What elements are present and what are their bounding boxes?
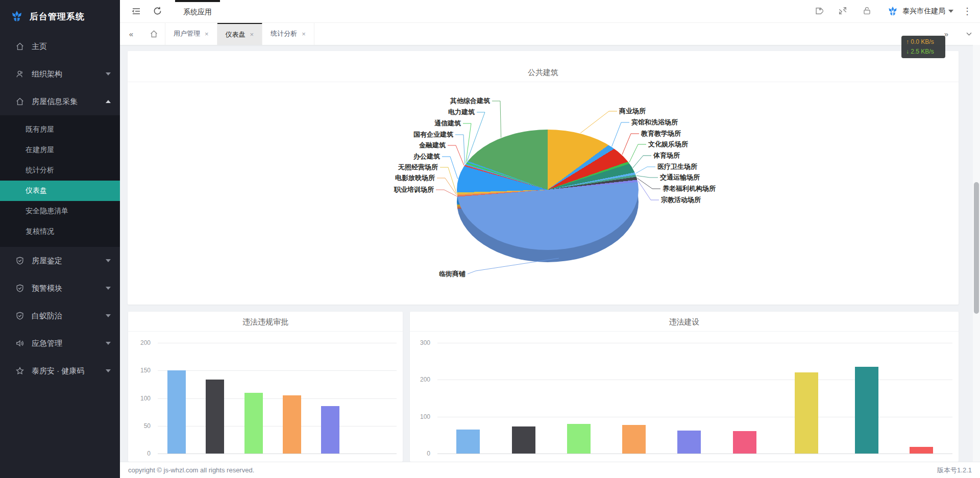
main-content: 公共建筑 商业场所宾馆和洗浴场所教育教学场所文化娱乐场所体育场所医疗卫生场所交通…: [120, 45, 980, 462]
tab-label: 用户管理: [174, 29, 200, 38]
bar-chart-title: 违法建设: [410, 312, 959, 332]
tag-icon[interactable]: [814, 6, 824, 16]
scrollbar-thumb[interactable]: [974, 182, 979, 314]
sidebar-subitem-仪表盘[interactable]: 仪表盘: [0, 181, 120, 201]
collapse-sidebar-icon[interactable]: [131, 6, 141, 16]
pie-slice-label: 电影放映场所: [395, 173, 435, 183]
bar-2: [567, 424, 591, 454]
org-switcher[interactable]: 泰兴市住建局: [887, 6, 953, 17]
more-menu-icon[interactable]: ⋮: [963, 7, 972, 16]
pie-slice-label: 教育教学场所: [641, 129, 681, 138]
sidebar-subitem-既有房屋[interactable]: 既有房屋: [0, 119, 120, 140]
pie-slice-label: 文化娱乐场所: [648, 140, 688, 149]
close-icon[interactable]: ×: [302, 30, 306, 38]
sidebar-subitem-在建房屋[interactable]: 在建房屋: [0, 140, 120, 160]
gridline: [158, 398, 397, 399]
bar-4: [677, 431, 701, 454]
tab-用户管理[interactable]: 用户管理×: [165, 22, 217, 45]
sidebar-subitem-复核情况[interactable]: 复核情况: [0, 221, 120, 242]
y-axis-tick-label: 150: [133, 367, 151, 374]
chevron-down-icon: [106, 259, 111, 262]
star-icon: [15, 366, 24, 375]
sidebar-item-label: 组织架构: [32, 69, 106, 79]
pie-slice-label: 无照经营场所: [398, 163, 438, 172]
shield-icon: [15, 256, 24, 265]
sidebar-subitem-统计分析[interactable]: 统计分析: [0, 160, 120, 181]
pie-slice-label: 职业培训场所: [394, 185, 434, 194]
pie-chart-card: 公共建筑 商业场所宾馆和洗浴场所教育教学场所文化娱乐场所体育场所医疗卫生场所交通…: [128, 51, 959, 305]
pie-slice-label: 金融建筑: [419, 141, 446, 150]
gridline: [158, 454, 397, 454]
pie-chart: 商业场所宾馆和洗浴场所教育教学场所文化娱乐场所体育场所医疗卫生场所交通运输场所养…: [128, 51, 959, 305]
sidebar-item-5[interactable]: 白蚁防治: [0, 302, 120, 330]
y-axis-tick-label: 50: [133, 422, 151, 430]
page-tabbar: « 用户管理×仪表盘×统计分析× »: [120, 22, 980, 45]
sidebar-subitem-安全隐患清单[interactable]: 安全隐患清单: [0, 201, 120, 221]
sidebar-item-label: 泰房安 · 健康码: [32, 366, 106, 376]
chevron-down-icon: [106, 72, 111, 76]
bar-5: [733, 431, 756, 454]
sidebar-item-4[interactable]: 预警模块: [0, 274, 120, 302]
footer: copyright © js-whzl.com all rights reser…: [120, 462, 980, 478]
tabs-scroll-left-icon[interactable]: «: [120, 22, 142, 45]
caret-down-icon: [948, 10, 953, 13]
gridline: [437, 343, 952, 343]
fullscreen-icon[interactable]: [838, 6, 848, 16]
bar-4: [321, 406, 339, 454]
sidebar-item-6[interactable]: 应急管理: [0, 330, 120, 357]
sidebar-item-0[interactable]: 主页: [0, 33, 120, 60]
sidebar-item-label: 房屋鉴定: [32, 256, 106, 266]
pie-slice-label: 养老福利机构场所: [663, 184, 716, 193]
open-tabs: 用户管理×仪表盘×统计分析×: [165, 22, 314, 45]
bar-0: [167, 370, 186, 454]
chevron-down-icon: [106, 369, 111, 372]
chevron-down-icon: [106, 342, 111, 345]
speaker-icon: [15, 339, 24, 348]
pie-slice-label: 办公建筑: [413, 152, 440, 161]
network-speed-badge: ↑ 0.0 KB/s ↓ 2.5 KB/s: [901, 36, 945, 58]
sidebar: 后台管理系统 主页组织架构房屋信息采集既有房屋在建房屋统计分析仪表盘安全隐患清单…: [0, 0, 120, 478]
refresh-icon[interactable]: [153, 6, 163, 16]
sidebar-item-1[interactable]: 组织架构: [0, 60, 120, 88]
sidebar-item-2[interactable]: 房屋信息采集: [0, 88, 120, 115]
y-axis-tick-label: 0: [133, 450, 151, 457]
home-tab-icon[interactable]: [142, 22, 165, 45]
pie-slice-label: 电力建筑: [448, 108, 475, 117]
pie-slice-label: 临街商铺: [439, 269, 465, 279]
sidebar-item-label: 白蚁防治: [32, 311, 106, 321]
brand: 后台管理系统: [0, 0, 120, 33]
y-axis-tick-label: 0: [413, 450, 430, 457]
sidebar-item-label: 应急管理: [32, 339, 106, 348]
pie-slice-label: 宗教活动场所: [661, 195, 701, 205]
gridline: [158, 370, 397, 371]
sidebar-item-7[interactable]: 泰房安 · 健康码: [0, 357, 120, 385]
org-name: 泰兴市住建局: [902, 7, 945, 16]
sidebar-item-label: 房屋信息采集: [32, 97, 106, 107]
house-icon: [15, 97, 24, 106]
shield-icon: [15, 284, 24, 293]
tabs-menu-icon[interactable]: [958, 22, 980, 45]
sidebar-item-3[interactable]: 房屋鉴定: [0, 247, 120, 274]
sidebar-item-label: 预警模块: [32, 284, 106, 293]
sidebar-item-label: 主页: [32, 42, 111, 52]
brand-logo-icon: [10, 10, 23, 23]
app-tab-system[interactable]: 系统应用: [175, 0, 220, 22]
y-axis-tick-label: 100: [413, 413, 430, 420]
pie-slice-label: 宾馆和洗浴场所: [631, 118, 678, 127]
tab-仪表盘[interactable]: 仪表盘×: [217, 22, 263, 45]
tab-统计分析[interactable]: 统计分析×: [262, 22, 314, 45]
home-icon: [15, 42, 24, 51]
close-icon[interactable]: ×: [250, 31, 254, 38]
bar-chart-title: 违法违规审批: [128, 312, 403, 332]
pie-slice-label: 通信建筑: [434, 119, 461, 128]
chevron-down-icon: [106, 287, 111, 290]
close-icon[interactable]: ×: [205, 30, 209, 38]
version-text: 版本号1.2.1: [937, 466, 972, 475]
bar-8: [910, 447, 933, 454]
upload-speed: ↑ 0.0 KB/s: [906, 37, 945, 47]
sidebar-menu: 主页组织架构房屋信息采集既有房屋在建房屋统计分析仪表盘安全隐患清单复核情况房屋鉴…: [0, 33, 120, 385]
lock-icon[interactable]: [863, 6, 873, 16]
bar-2: [244, 393, 263, 454]
gridline: [158, 343, 397, 343]
app-title: 后台管理系统: [30, 11, 85, 22]
